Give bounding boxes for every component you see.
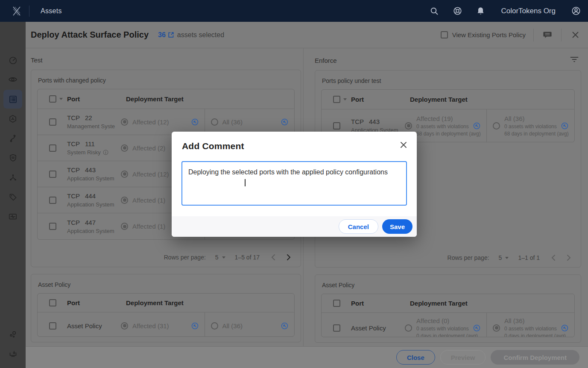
add-comment-modal: Add Comment Deploying the selected ports… bbox=[172, 132, 417, 237]
modal-close-icon[interactable] bbox=[398, 139, 409, 150]
modal-footer: Cancel Save bbox=[172, 216, 417, 237]
text-cursor bbox=[245, 179, 246, 186]
cancel-button[interactable]: Cancel bbox=[339, 219, 378, 234]
comment-text: Deploying the selected ports with the ap… bbox=[188, 168, 393, 177]
save-button[interactable]: Save bbox=[382, 219, 412, 234]
comment-textarea[interactable]: Deploying the selected ports with the ap… bbox=[181, 161, 407, 206]
modal-title: Add Comment bbox=[182, 141, 244, 151]
